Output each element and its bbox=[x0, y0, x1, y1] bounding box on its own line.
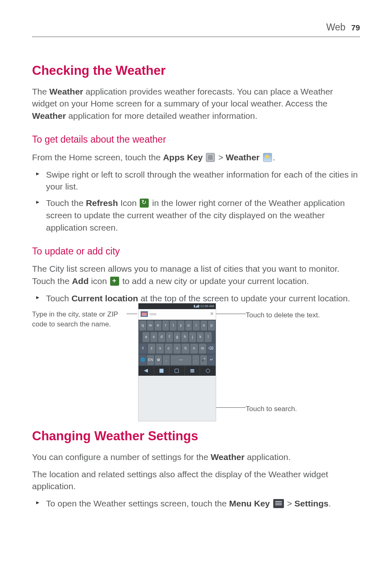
configure-paragraph: You can configure a number of settings f… bbox=[32, 451, 360, 463]
keyboard-key[interactable]: w bbox=[147, 321, 154, 331]
keyboard-key[interactable]: n bbox=[190, 344, 198, 354]
text: to add a new city or update your current… bbox=[120, 276, 309, 286]
nav-search-icon[interactable] bbox=[200, 366, 216, 376]
caption-delete-text: Touch to delete the text. bbox=[246, 310, 348, 320]
keyboard-key[interactable]: y bbox=[178, 321, 184, 331]
menu-key-bold: Menu Key bbox=[229, 499, 270, 508]
heading-changing-settings: Changing Weather Settings bbox=[32, 427, 360, 445]
weather-bold: Weather bbox=[32, 111, 66, 120]
text: icon bbox=[89, 276, 109, 286]
keyboard-key[interactable]: c bbox=[165, 344, 173, 354]
keyboard-key[interactable]: g bbox=[174, 332, 181, 342]
keyboard-key[interactable]: h bbox=[181, 332, 188, 342]
search-bar: ✕ bbox=[138, 309, 216, 320]
text: . bbox=[273, 153, 275, 162]
text: To open the Weather settings screen, tou… bbox=[46, 499, 229, 508]
keyboard-key[interactable]: d bbox=[158, 332, 165, 342]
list-item: Touch the Refresh Icon in the lower righ… bbox=[46, 197, 360, 233]
keyboard-key[interactable]: ✿ bbox=[155, 355, 162, 365]
keyboard-key[interactable]: k bbox=[197, 332, 204, 342]
keyboard-key[interactable]: u bbox=[185, 321, 192, 331]
bullet-list-settings: To open the Weather settings screen, tou… bbox=[32, 497, 360, 510]
bullet-list-details: Swipe right or left to scroll through th… bbox=[32, 169, 360, 234]
keyboard-key[interactable]: j bbox=[189, 332, 196, 342]
weather-bold: Weather bbox=[211, 452, 244, 462]
keyboard-key[interactable]: ⇧ bbox=[139, 344, 147, 354]
nav-home-icon[interactable] bbox=[154, 366, 170, 376]
keyboard-key[interactable]: l bbox=[205, 332, 212, 342]
keyboard-key[interactable]: z bbox=[148, 344, 156, 354]
text: Touch the bbox=[46, 198, 86, 208]
keyboard-key[interactable]: EN bbox=[147, 355, 154, 365]
keyboard-key[interactable]: , bbox=[163, 355, 170, 365]
text: > bbox=[287, 499, 294, 508]
keyboard-key[interactable]: b bbox=[182, 344, 189, 354]
settings-bold: Settings bbox=[295, 499, 329, 508]
keyboard-key[interactable]: ⌫ bbox=[207, 344, 215, 354]
weather-bold: Weather bbox=[226, 153, 259, 162]
list-item: Swipe right or left to scroll through th… bbox=[46, 169, 360, 193]
intro-paragraph: The Weather application provides weather… bbox=[32, 86, 360, 122]
signal-icon: ▮◢▮ bbox=[194, 304, 200, 308]
weather-icon bbox=[263, 153, 272, 162]
text: From the Home screen, touch the bbox=[32, 153, 163, 162]
keyboard-key[interactable]: . bbox=[192, 355, 199, 365]
keyboard-key[interactable]: x bbox=[156, 344, 164, 354]
keyboard-key[interactable]: e bbox=[154, 321, 161, 331]
keyboard-key[interactable]: s bbox=[150, 332, 157, 342]
text: > bbox=[218, 153, 226, 162]
leader-line bbox=[214, 314, 246, 314]
leader-line bbox=[216, 407, 246, 408]
text: application. bbox=[244, 452, 291, 462]
nav-menu-icon[interactable] bbox=[185, 366, 201, 376]
from-home-paragraph: From the Home screen, touch the Apps Key… bbox=[32, 151, 360, 164]
text: . bbox=[328, 499, 331, 508]
phone-mock: ▮◢▮ 11:06 AM ✕ qwertyuiop asdfghjkl ⇧zxc… bbox=[138, 303, 216, 421]
list-item: To open the Weather settings screen, tou… bbox=[46, 497, 360, 510]
city-search-input[interactable] bbox=[150, 312, 208, 316]
menu-key-icon bbox=[273, 499, 284, 508]
subheading-update-add: To update or add city bbox=[32, 245, 360, 258]
heading-checking-weather: Checking the Weather bbox=[32, 62, 360, 80]
keyboard-key[interactable]: 🌐 bbox=[139, 355, 146, 365]
keyboard-key[interactable]: o bbox=[201, 321, 208, 331]
keyboard-key[interactable]: a bbox=[143, 332, 150, 342]
weather-bold: Weather bbox=[49, 87, 83, 96]
location-settings-paragraph: The location and related settings also a… bbox=[32, 468, 360, 493]
keyboard-key[interactable]: f bbox=[166, 332, 173, 342]
flag-icon bbox=[141, 311, 148, 317]
add-bold: Add bbox=[72, 276, 89, 286]
keyboard-key[interactable]: v bbox=[173, 344, 181, 354]
refresh-bold: Refresh bbox=[86, 198, 118, 208]
figure-weather-keyboard: Type in the city, state or ZIP code to s… bbox=[32, 309, 360, 420]
caption-touch-search: Touch to search. bbox=[246, 404, 328, 414]
keyboard-key[interactable]: — bbox=[171, 355, 191, 365]
clear-text-icon[interactable]: ✕ bbox=[210, 311, 214, 317]
apps-key-icon bbox=[206, 153, 215, 162]
keyboard-key[interactable]: q bbox=[139, 321, 146, 331]
keyboard-key[interactable]: t bbox=[170, 321, 177, 331]
subheading-get-details: To get details about the weather bbox=[32, 133, 360, 146]
text: You can configure a number of settings f… bbox=[32, 452, 211, 462]
caption-type-city: Type in the city, state or ZIP code to s… bbox=[32, 310, 127, 329]
keyboard-key[interactable]: m bbox=[199, 344, 207, 354]
keyboard-key[interactable]: 🎤 bbox=[200, 355, 207, 365]
text: Touch bbox=[46, 294, 71, 303]
section-label: Web bbox=[326, 21, 346, 34]
keyboard-key[interactable]: p bbox=[208, 321, 215, 331]
current-location-bold: Current location bbox=[71, 294, 138, 303]
nav-back-icon[interactable] bbox=[138, 366, 154, 376]
keyboard: qwertyuiop asdfghjkl ⇧zxcvbnm⌫ 🌐EN✿,—.🎤↵ bbox=[138, 320, 216, 366]
keyboard-key[interactable]: ↵ bbox=[208, 355, 215, 365]
nav-bar bbox=[138, 366, 216, 376]
text: Icon bbox=[118, 198, 139, 208]
status-time: 11:06 AM bbox=[200, 304, 214, 308]
text: at the top of the screen to update your … bbox=[138, 294, 350, 303]
keyboard-key[interactable]: i bbox=[193, 321, 200, 331]
city-list-paragraph: The City list screen allows you to manag… bbox=[32, 263, 360, 287]
page-header: Web 79 bbox=[32, 21, 360, 37]
keyboard-key[interactable]: r bbox=[162, 321, 169, 331]
status-bar: ▮◢▮ 11:06 AM bbox=[138, 303, 216, 309]
nav-recent-icon[interactable] bbox=[169, 366, 185, 376]
text: The bbox=[32, 87, 49, 96]
